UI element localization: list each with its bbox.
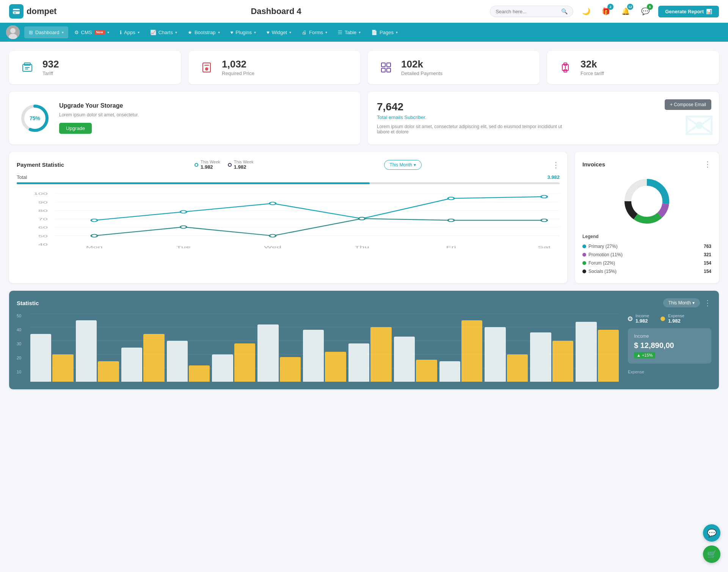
force-tariff-label: Force tariff <box>581 71 604 76</box>
bar-group-10 <box>485 327 528 382</box>
statistic-this-month-button[interactable]: This Month ▾ <box>663 298 700 307</box>
bar-group-9 <box>439 320 483 382</box>
payment-progress-bar <box>17 182 560 184</box>
bar-group-5 <box>257 324 301 382</box>
this-month-button[interactable]: This Month ▾ <box>384 160 422 170</box>
required-price-value: 1,032 <box>222 59 254 69</box>
invoices-more-button[interactable]: ⋮ <box>704 160 711 169</box>
bar-yellow-8 <box>416 360 437 382</box>
dashboard-icon: ⊞ <box>29 30 33 35</box>
storage-percent: 75% <box>30 115 40 121</box>
force-tariff-icon <box>556 58 574 77</box>
sidebar-item-plugins[interactable]: ♥ Plugins ▾ <box>226 27 260 38</box>
legend-row-promotion: Promotion (11%) 321 <box>582 251 711 259</box>
expense-label-bottom: Expense <box>628 370 711 374</box>
email-background-icon: ✉ <box>683 104 715 144</box>
email-desc: Lorem ipsum dolor sit amet, consectetur … <box>377 124 566 135</box>
plugins-label: Plugins <box>235 30 252 35</box>
bootstrap-arrow: ▾ <box>218 30 220 34</box>
legend-item-1: This Week 1.982 <box>195 160 220 170</box>
income-legend-dot <box>628 317 632 321</box>
primary-value: 763 <box>704 244 711 249</box>
svg-point-47 <box>448 197 454 200</box>
payment-progress-fill <box>17 182 370 184</box>
chat-btn[interactable]: 💬 5 <box>639 5 652 18</box>
cms-arrow: ▾ <box>107 30 109 34</box>
bar-yellow-1 <box>98 361 119 382</box>
promotion-label: Promotion (11%) <box>588 252 623 257</box>
svg-text:70: 70 <box>38 217 48 221</box>
sidebar-item-pages[interactable]: 📄 Pages ▾ <box>367 27 402 38</box>
storage-title: Upgrade Your Storage <box>59 102 139 109</box>
primary-label: Primary (27%) <box>588 244 618 249</box>
sidebar-item-widget[interactable]: ♥ Widget ▾ <box>262 27 296 38</box>
bar-group-7 <box>348 327 392 382</box>
sidebar-item-apps[interactable]: ℹ Apps ▾ <box>115 27 144 38</box>
statistic-y-axis: 50 40 30 20 10 <box>17 313 28 374</box>
bar-yellow-5 <box>280 357 301 382</box>
widget-label: Widget <box>272 30 287 35</box>
search-area[interactable]: 🔍 <box>490 6 573 17</box>
y-label-40: 40 <box>17 328 28 332</box>
legend-list: Primary (27%) 763 Promotion (11%) 321 Fo… <box>582 242 711 276</box>
bar-white-6 <box>303 330 324 382</box>
nav-avatar <box>6 25 20 39</box>
income-badge-value: +15% <box>642 353 653 357</box>
legend2-value: 1.982 <box>234 164 254 170</box>
svg-point-50 <box>180 226 187 228</box>
bar-chart-bars <box>30 313 619 382</box>
invoices-title: Invoices <box>582 161 605 168</box>
detailed-payments-value: 102k <box>401 59 442 69</box>
sidebar-item-dashboard[interactable]: ⊞ Dashboard ▾ <box>24 27 68 38</box>
gift-badge: 2 <box>607 4 613 10</box>
tariff-info: 932 Tariff <box>42 59 59 76</box>
svg-text:60: 60 <box>38 225 48 229</box>
search-input[interactable] <box>496 9 558 14</box>
bar-white-1 <box>76 320 97 382</box>
logo-icon <box>9 4 24 19</box>
bar-group-12 <box>576 322 619 382</box>
required-price-icon <box>198 58 216 77</box>
email-subtitle: Total emails Subcriber. <box>377 114 710 120</box>
svg-text:Thu: Thu <box>355 245 369 249</box>
apps-icon: ℹ <box>120 30 122 35</box>
gift-btn[interactable]: 🎁 2 <box>599 5 613 18</box>
svg-text:Mon: Mon <box>86 245 103 249</box>
tariff-icon <box>18 58 36 77</box>
legend-row-forum: Forum (22%) 154 <box>582 259 711 267</box>
income-panel-value: $ 12,890,00 <box>634 341 705 350</box>
svg-rect-17 <box>387 68 391 72</box>
total-label: Total <box>17 174 27 180</box>
sidebar-item-cms[interactable]: ⚙ CMS New ▾ <box>70 27 114 38</box>
bar-white-2 <box>121 348 142 382</box>
bell-btn[interactable]: 🔔 12 <box>619 5 632 18</box>
svg-text:Fri: Fri <box>446 245 456 249</box>
apps-arrow: ▾ <box>138 30 140 34</box>
legend-header: Legend <box>582 234 711 239</box>
bar-chart-icon: 📊 <box>706 9 712 14</box>
dark-mode-btn[interactable]: 🌙 <box>579 5 593 18</box>
bar-group-4 <box>212 343 255 382</box>
bar-white-8 <box>394 337 415 382</box>
bar-yellow-9 <box>461 320 482 382</box>
svg-rect-1 <box>13 10 20 11</box>
statistic-side-panel: Income 1.982 Expense 1.982 Income $ <box>628 313 711 374</box>
total-value: 3.982 <box>547 174 560 180</box>
svg-text:40: 40 <box>38 242 48 246</box>
payment-header: Payment Statistic This Week 1.982 This W… <box>17 160 560 170</box>
bar-yellow-6 <box>325 352 346 382</box>
svg-point-44 <box>180 210 187 213</box>
dashboard-arrow: ▾ <box>62 30 64 34</box>
statistic-more-button[interactable]: ⋮ <box>704 298 711 307</box>
bar-white-5 <box>257 324 278 382</box>
upgrade-button[interactable]: Upgrade <box>59 123 92 134</box>
sidebar-item-charts[interactable]: 📈 Charts ▾ <box>146 27 182 38</box>
more-options-button[interactable]: ⋮ <box>552 160 560 169</box>
sidebar-item-bootstrap[interactable]: ★ Bootstrap ▾ <box>183 27 224 38</box>
sidebar-item-forms[interactable]: 🖨 Forms ▾ <box>297 27 332 38</box>
up-arrow-icon: ▲ <box>637 353 641 357</box>
logo-text: dompet <box>27 6 56 16</box>
sidebar-item-table[interactable]: ☰ Table ▾ <box>333 27 365 38</box>
generate-report-button[interactable]: Generate Report 📊 <box>658 6 719 17</box>
expense-legend-item: Expense 1.982 <box>661 313 684 324</box>
